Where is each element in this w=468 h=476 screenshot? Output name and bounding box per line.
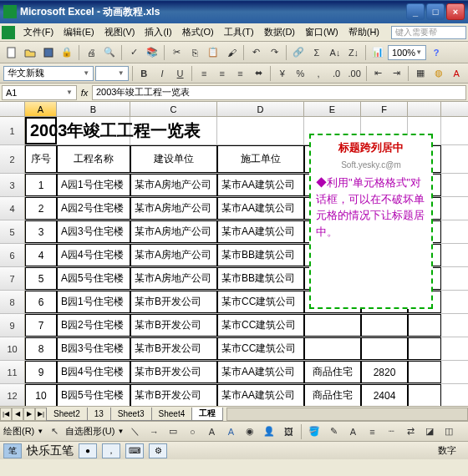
font-color-icon[interactable]: A xyxy=(448,65,465,82)
cell-builder[interactable]: 某市A房地产公司 xyxy=(130,174,217,196)
cell-area[interactable] xyxy=(361,337,408,360)
cell-name[interactable]: B园5号住宅楼 xyxy=(57,384,130,406)
select-icon[interactable]: ↖ xyxy=(46,423,63,440)
merge-icon[interactable]: ⬌ xyxy=(250,65,267,82)
clipart-icon[interactable]: 👤 xyxy=(261,423,277,440)
close-button[interactable]: × xyxy=(446,3,465,20)
formatpainter-icon[interactable]: 🖌 xyxy=(223,44,240,61)
cell-type[interactable] xyxy=(304,337,361,360)
cell-type[interactable] xyxy=(304,314,361,337)
sort-desc-icon[interactable]: Z↓ xyxy=(345,44,362,61)
row-header[interactable]: 1 xyxy=(0,117,25,144)
3d-icon[interactable]: ◫ xyxy=(440,423,457,440)
cell-area[interactable]: 2404 xyxy=(361,384,408,406)
font-size-combo[interactable]: ▼ xyxy=(95,66,128,81)
cell-rest[interactable] xyxy=(408,314,441,337)
ime-toggle[interactable]: 笔 xyxy=(3,443,22,458)
fill-color-icon[interactable]: ◍ xyxy=(430,65,447,82)
cell-seq[interactable]: 6 xyxy=(25,291,57,313)
minimize-button[interactable]: _ xyxy=(406,3,425,20)
col-header-A[interactable]: A xyxy=(25,102,57,116)
cell-seq[interactable]: 9 xyxy=(25,361,57,383)
menu-tools[interactable]: 工具(T) xyxy=(219,24,259,40)
hyperlink-icon[interactable]: 🔗 xyxy=(290,44,307,61)
fillcolor-icon[interactable]: 🪣 xyxy=(306,423,323,440)
autoshape-menu[interactable]: 自选图形(U) xyxy=(65,425,114,438)
zoom-combo[interactable]: 100%▼ xyxy=(388,45,426,60)
hdr-name[interactable]: 工程名称 xyxy=(57,145,130,173)
sheet-tab[interactable]: Sheet4 xyxy=(151,408,193,421)
maximize-button[interactable]: □ xyxy=(426,3,445,20)
indent-right-icon[interactable]: ⇥ xyxy=(389,65,405,82)
decrease-decimal-icon[interactable]: .00 xyxy=(346,65,363,82)
row-header[interactable]: 3 xyxy=(0,174,25,196)
menu-insert[interactable]: 插入(I) xyxy=(140,24,176,40)
cell-name[interactable]: B园4号住宅楼 xyxy=(57,361,130,383)
cell-constructor[interactable]: 某市BB建筑公司 xyxy=(217,244,304,266)
fontcolor-icon[interactable]: A xyxy=(344,423,361,440)
cell-area[interactable] xyxy=(361,314,408,337)
name-box[interactable]: A1▼ xyxy=(2,85,77,100)
picture-icon[interactable]: 🖼 xyxy=(280,423,297,440)
menu-window[interactable]: 窗口(W) xyxy=(300,24,343,40)
row-header[interactable]: 10 xyxy=(0,337,25,360)
cell-seq[interactable]: 10 xyxy=(25,384,57,406)
permission-icon[interactable]: 🔒 xyxy=(58,44,75,61)
dashstyle-icon[interactable]: ┈ xyxy=(383,423,399,440)
paste-icon[interactable]: 📋 xyxy=(205,44,221,61)
cell-area[interactable]: 2820 xyxy=(361,361,408,383)
row-header[interactable]: 6 xyxy=(0,244,25,266)
ime-mode2[interactable]: ， xyxy=(102,443,120,458)
cell-builder[interactable]: 某市B开发公司 xyxy=(130,361,217,383)
bold-icon[interactable]: B xyxy=(136,65,153,82)
cell-name[interactable]: A园4号住宅楼 xyxy=(57,244,130,266)
row-header[interactable]: 11 xyxy=(0,361,25,383)
menu-format[interactable]: 格式(O) xyxy=(177,24,219,40)
underline-icon[interactable]: U xyxy=(172,65,189,82)
cell-constructor[interactable]: 某市AA建筑公司 xyxy=(217,174,304,196)
arrowstyle-icon[interactable]: ⇄ xyxy=(402,423,419,440)
percent-icon[interactable]: % xyxy=(292,65,309,82)
cell-constructor[interactable]: 某市BB建筑公司 xyxy=(217,267,304,290)
col-header-rest[interactable] xyxy=(408,102,441,116)
border-icon[interactable]: ▦ xyxy=(412,65,429,82)
menu-edit[interactable]: 编辑(E) xyxy=(58,24,99,40)
row-header[interactable]: 9 xyxy=(0,314,25,337)
cell-seq[interactable]: 1 xyxy=(25,174,57,196)
hscroll[interactable] xyxy=(226,408,468,421)
formula-input[interactable]: 2003年竣工工程一览表 xyxy=(92,85,466,100)
print-icon[interactable]: 🖨 xyxy=(83,44,99,61)
cell-name[interactable]: A园1号住宅楼 xyxy=(57,174,130,196)
sort-asc-icon[interactable]: A↓ xyxy=(327,44,343,61)
autosum-icon[interactable]: Σ xyxy=(308,44,325,61)
tab-nav-first[interactable]: |◀ xyxy=(0,408,12,421)
help-search[interactable]: 键入需要帮 xyxy=(391,26,466,39)
col-header-E[interactable]: E xyxy=(304,102,361,116)
cell-rest[interactable] xyxy=(408,337,441,360)
cell-name[interactable]: A园2号住宅楼 xyxy=(57,197,130,220)
sheet-tab[interactable]: Sheet2 xyxy=(46,408,88,421)
cell-constructor[interactable]: 某市AA建筑公司 xyxy=(217,361,304,383)
app-icon[interactable] xyxy=(2,26,15,39)
copy-icon[interactable]: ⎘ xyxy=(186,44,203,61)
cell-constructor[interactable]: 某市CC建筑公司 xyxy=(217,291,304,313)
align-left-icon[interactable]: ≡ xyxy=(196,65,212,82)
cell-seq[interactable]: 8 xyxy=(25,337,57,360)
shadow-icon[interactable]: ◪ xyxy=(421,423,438,440)
hdr-constructor[interactable]: 施工单位 xyxy=(217,145,304,173)
sheet-tab[interactable]: Sheet3 xyxy=(110,408,152,421)
cell-name[interactable]: A园5号住宅楼 xyxy=(57,267,130,290)
cell-builder[interactable]: 某市A房地产公司 xyxy=(130,220,217,243)
line-icon[interactable]: ＼ xyxy=(126,423,143,440)
research-icon[interactable]: 📚 xyxy=(144,44,160,61)
row-header[interactable]: 4 xyxy=(0,197,25,220)
sheet-tab[interactable]: 13 xyxy=(87,408,111,421)
preview-icon[interactable]: 🔍 xyxy=(101,44,118,61)
linecolor-icon[interactable]: ✎ xyxy=(325,423,342,440)
increase-decimal-icon[interactable]: .0 xyxy=(328,65,345,82)
cell-seq[interactable]: 5 xyxy=(25,267,57,290)
col-header-F[interactable]: F xyxy=(361,102,408,116)
open-icon[interactable] xyxy=(22,44,38,61)
ime-mode1[interactable]: ● xyxy=(79,443,97,458)
row-header[interactable]: 2 xyxy=(0,145,25,173)
